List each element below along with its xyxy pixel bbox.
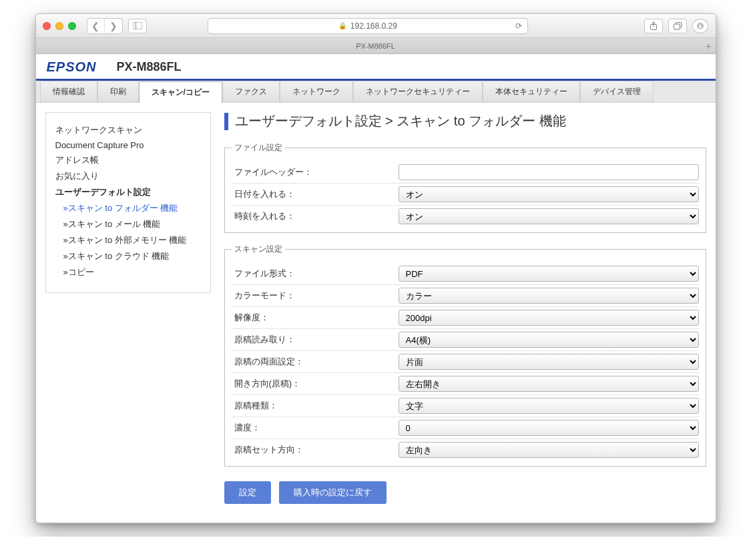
- sidebar: ネットワークスキャンDocument Capture Proアドレス帳お気に入り…: [45, 112, 211, 293]
- tab-6[interactable]: 本体セキュリティー: [483, 81, 580, 102]
- share-icon[interactable]: [644, 19, 663, 33]
- sidebar-subitem-4-2[interactable]: »スキャン to 外部メモリー 機能: [55, 232, 201, 248]
- address-text: 192.168.0.29: [350, 21, 397, 31]
- include-date-row: 日付を入れる： オン: [232, 184, 699, 206]
- page-title-text: ユーザーデフォルト設定 > スキャン to フォルダー 機能: [235, 112, 566, 130]
- color-label: カラーモード：: [232, 290, 399, 302]
- sidebar-item-2[interactable]: アドレス帳: [55, 152, 201, 168]
- zoom-window-icon[interactable]: [68, 22, 76, 30]
- file-settings-group: ファイル設定 ファイルヘッダー： 日付を入れる： オン 時刻を入れる： オン: [224, 142, 706, 233]
- include-time-label: 時刻を入れる：: [232, 210, 399, 222]
- doc-type-label: 原稿種類：: [232, 400, 399, 412]
- forward-button[interactable]: ❯: [105, 19, 122, 33]
- address-bar[interactable]: 🔒 192.168.0.29 ⟳: [208, 18, 528, 34]
- sidebar-subitem-4-1[interactable]: »スキャン to メール 機能: [55, 216, 201, 232]
- sidebar-item-1[interactable]: Document Capture Pro: [55, 138, 201, 152]
- binding-select[interactable]: 左右開き: [399, 376, 699, 392]
- include-date-select[interactable]: オン: [399, 186, 699, 202]
- density-label: 濃度：: [232, 422, 399, 434]
- close-window-icon[interactable]: [43, 22, 51, 30]
- reset-button[interactable]: 購入時の設定に戻す: [279, 481, 387, 504]
- sidebar-item-0[interactable]: ネットワークスキャン: [55, 122, 201, 138]
- file-header-row: ファイルヘッダー：: [232, 162, 699, 184]
- main-tabs: 情報確認印刷スキャン/コピーファクスネットワークネットワークセキュリティー本体セ…: [36, 81, 716, 103]
- read-size-label: 原稿読み取り：: [232, 334, 399, 346]
- tab-strip: PX-M886FL +: [36, 38, 716, 54]
- include-time-row: 時刻を入れる： オン: [232, 206, 699, 227]
- resolution-label: 解像度：: [232, 312, 399, 324]
- scan-settings-group: スキャン設定 ファイル形式：PDF カラーモード：カラー 解像度：200dpi …: [224, 244, 706, 467]
- tab-4[interactable]: ネットワーク: [280, 81, 353, 102]
- title-accent-bar: [224, 113, 228, 130]
- scan-settings-legend: スキャン設定: [232, 244, 285, 255]
- browser-tab-title[interactable]: PX-M886FL: [356, 42, 395, 50]
- tab-2[interactable]: スキャン/コピー: [139, 81, 222, 103]
- sidebar-toggle-icon[interactable]: [128, 19, 147, 33]
- content: ネットワークスキャンDocument Capture Proアドレス帳お気に入り…: [36, 103, 716, 509]
- file-header-label: ファイルヘッダー：: [232, 166, 399, 178]
- file-header-input[interactable]: [399, 164, 699, 180]
- resolution-select[interactable]: 200dpi: [399, 310, 699, 326]
- page: EPSON PX-M886FL 情報確認印刷スキャン/コピーファクスネットワーク…: [36, 54, 716, 523]
- toolbar-right: [644, 19, 708, 33]
- window-controls: [43, 22, 76, 30]
- tab-3[interactable]: ファクス: [222, 81, 280, 102]
- sidebar-item-3[interactable]: お気に入り: [55, 168, 201, 184]
- doc-type-select[interactable]: 文字: [399, 398, 699, 414]
- main: ユーザーデフォルト設定 > スキャン to フォルダー 機能 ファイル設定 ファ…: [211, 112, 706, 509]
- tabs-overview-icon[interactable]: [668, 19, 687, 33]
- format-label: ファイル形式：: [232, 268, 399, 280]
- brand-bar: EPSON PX-M886FL: [36, 54, 716, 81]
- tab-7[interactable]: デバイス管理: [580, 81, 654, 102]
- minimize-window-icon[interactable]: [55, 22, 63, 30]
- nav-back-forward: ❮ ❯: [87, 18, 123, 34]
- binding-label: 開き方向(原稿)：: [232, 378, 399, 390]
- orientation-label: 原稿セット方向：: [232, 444, 399, 456]
- model-name: PX-M886FL: [117, 60, 182, 74]
- color-select[interactable]: カラー: [399, 288, 699, 304]
- reload-icon[interactable]: ⟳: [515, 21, 522, 31]
- downloads-icon[interactable]: [692, 19, 708, 33]
- orientation-select[interactable]: 左向き: [399, 442, 699, 458]
- sidebar-subitem-4-3[interactable]: »スキャン to クラウド 機能: [55, 248, 201, 264]
- brand-logo: EPSON: [47, 59, 97, 75]
- lock-icon: 🔒: [338, 22, 346, 29]
- include-date-label: 日付を入れる：: [232, 188, 399, 200]
- sidebar-subitem-4-4[interactable]: »コピー: [55, 264, 201, 280]
- browser-window: ❮ ❯ 🔒 192.168.0.29 ⟳ PX-M886FL +: [35, 13, 716, 523]
- format-select[interactable]: PDF: [399, 266, 699, 282]
- density-select[interactable]: 0: [399, 420, 699, 436]
- file-settings-legend: ファイル設定: [232, 142, 285, 154]
- new-tab-button[interactable]: +: [706, 41, 711, 51]
- page-title: ユーザーデフォルト設定 > スキャン to フォルダー 機能: [224, 112, 706, 130]
- action-buttons: 設定 購入時の設定に戻す: [224, 477, 706, 504]
- back-button[interactable]: ❮: [87, 19, 105, 33]
- tab-0[interactable]: 情報確認: [40, 81, 97, 102]
- sidebar-subitem-4-0[interactable]: »スキャン to フォルダー 機能: [55, 200, 201, 216]
- sidebar-item-4[interactable]: ユーザーデフォルト設定: [55, 184, 201, 200]
- tab-5[interactable]: ネットワークセキュリティー: [353, 81, 483, 102]
- titlebar: ❮ ❯ 🔒 192.168.0.29 ⟳: [36, 14, 716, 38]
- duplex-select[interactable]: 片面: [399, 354, 699, 370]
- duplex-label: 原稿の両面設定：: [232, 356, 399, 368]
- read-size-select[interactable]: A4(横): [399, 332, 699, 348]
- svg-rect-0: [133, 22, 142, 29]
- apply-button[interactable]: 設定: [224, 481, 271, 504]
- tab-1[interactable]: 印刷: [97, 81, 139, 102]
- include-time-select[interactable]: オン: [399, 208, 699, 224]
- svg-rect-4: [674, 24, 680, 29]
